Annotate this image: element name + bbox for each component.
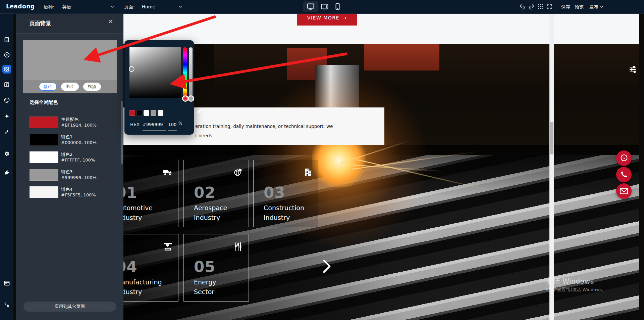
leadong-logo: Leadong xyxy=(6,3,35,10)
email-button[interactable] xyxy=(616,183,632,199)
swatch-row-aux2[interactable]: 辅色2 #FFFFFF, 100% xyxy=(30,151,117,163)
redo-icon[interactable] xyxy=(529,4,535,10)
industry-card-aerospace[interactable]: 02 AerospaceIndustry xyxy=(183,160,249,227)
save-button[interactable]: 保存 xyxy=(561,4,570,10)
text-icon[interactable] xyxy=(0,79,13,91)
industry-card-energy[interactable]: 05 EnergySector xyxy=(183,234,249,302)
phone-button[interactable] xyxy=(616,167,632,182)
color-swatch[interactable] xyxy=(30,169,58,181)
background-fill-icon[interactable] xyxy=(2,65,11,74)
page-scrollbar-track[interactable] xyxy=(549,13,554,320)
card-title-line1: Construction xyxy=(264,203,304,213)
desktop-view-icon[interactable] xyxy=(307,3,314,10)
preview-button[interactable]: 预览 xyxy=(575,4,584,10)
industry-card-automotive[interactable]: 01 AutomotiveIndustry xyxy=(117,160,178,227)
fullscreen-icon[interactable] xyxy=(547,4,552,9)
card-title-line2: Industry xyxy=(117,287,162,297)
effects-icon[interactable] xyxy=(0,110,13,122)
svg-text:A: A xyxy=(7,304,9,307)
card-title-line2: Industry xyxy=(194,213,227,223)
window-icon[interactable] xyxy=(0,277,13,289)
tab-color[interactable]: 颜色 xyxy=(39,83,57,91)
color-swatch[interactable] xyxy=(30,186,58,198)
tab-image[interactable]: 图片 xyxy=(61,83,79,91)
site-paragraph-line2: r needs. xyxy=(195,133,214,138)
plugin-icon[interactable] xyxy=(0,167,13,179)
chevron-down-icon[interactable] xyxy=(111,6,114,8)
tune-icon[interactable] xyxy=(629,66,637,73)
alpha-input[interactable]: 100 xyxy=(168,122,177,127)
card-number: 03 xyxy=(264,185,285,200)
language-select[interactable]: 英语 xyxy=(62,4,71,10)
whatsapp-button[interactable] xyxy=(616,150,632,166)
magic-wand-icon[interactable] xyxy=(0,126,13,138)
undo-icon[interactable] xyxy=(519,4,525,10)
percent-sign: % xyxy=(178,121,182,126)
grid-icon[interactable] xyxy=(538,4,543,9)
hex-label: HEX xyxy=(130,122,140,127)
industry-card-manufacturing[interactable]: 04 ManufacturingIndustry xyxy=(117,234,178,302)
mobile-view-icon[interactable] xyxy=(335,3,340,10)
truck-icon xyxy=(163,168,173,177)
card-title-line1: Energy xyxy=(194,277,216,287)
arrow-right-icon: → xyxy=(342,15,347,20)
saturation-marker[interactable] xyxy=(129,66,135,72)
swatch-row-aux3[interactable]: 辅色3 #999999, 100% xyxy=(30,169,117,181)
language-label: 语种: xyxy=(44,4,54,10)
card-title-line2: Industry xyxy=(264,213,304,223)
alpha-slider-handle[interactable] xyxy=(188,95,194,102)
color-swatch[interactable] xyxy=(30,151,58,163)
whatsapp-icon xyxy=(619,153,629,163)
sliders-icon xyxy=(233,242,243,252)
tab-video[interactable]: 视频 xyxy=(83,83,101,91)
panel-scrollbar-thumb[interactable] xyxy=(121,101,123,164)
chevron-down-icon[interactable] xyxy=(600,6,603,8)
preset-swatch-lightgray[interactable] xyxy=(158,110,163,116)
gear-icon[interactable] xyxy=(0,148,13,160)
palette-icon[interactable] xyxy=(0,94,13,106)
panel-title: 页面背景 xyxy=(30,20,51,27)
hex-input[interactable]: #999999 xyxy=(143,122,163,127)
swatch-row-aux1[interactable]: 辅色1 #000000, 100% xyxy=(30,134,117,146)
preset-swatch-white[interactable] xyxy=(144,110,149,116)
industry-card-construction[interactable]: 03 ConstructionIndustry xyxy=(253,160,318,227)
preset-swatch-red[interactable] xyxy=(129,110,135,116)
pages-icon[interactable] xyxy=(0,34,13,46)
page-background-panel: 页面背景 ✕ 颜色 图片 视频 选择全局配色 主题配色 #BF1924, 100… xyxy=(16,13,123,320)
site-top-section: VIEW MORE → xyxy=(117,13,639,44)
card-number: 02 xyxy=(194,185,216,200)
saturation-value-area[interactable] xyxy=(129,47,181,98)
alpha-slider[interactable] xyxy=(189,47,193,98)
page-select[interactable]: Home xyxy=(142,4,155,9)
mail-icon xyxy=(620,187,628,195)
publish-button[interactable]: 发布 xyxy=(589,4,598,10)
page-label: 页面: xyxy=(124,4,135,10)
swatch-row-theme[interactable]: 主题配色 #BF1924, 100% xyxy=(30,117,117,128)
eyedropper-icon[interactable] xyxy=(197,108,203,114)
editor-sidebar: 文A xyxy=(0,13,13,320)
industrial-hero-image: eration training, daily maintenance, or … xyxy=(117,44,639,320)
site-paragraph-line1: eration training, daily maintenance, or … xyxy=(195,124,333,129)
translate-icon[interactable]: 文A xyxy=(0,298,13,310)
chevron-down-icon[interactable] xyxy=(179,6,182,8)
apply-to-other-pages-button[interactable]: 应用到其它页面 xyxy=(23,302,116,312)
card-title-line1: Manufacturing xyxy=(117,277,162,287)
page-scrollbar-thumb[interactable] xyxy=(550,122,553,154)
phone-icon xyxy=(620,171,628,179)
background-preview[interactable]: 颜色 图片 视频 xyxy=(23,40,117,93)
carousel-next-chevron-icon[interactable] xyxy=(323,259,331,273)
add-icon[interactable] xyxy=(0,49,13,61)
color-swatch[interactable] xyxy=(30,117,58,128)
swatch-row-aux4[interactable]: 辅色4 #F5F5F5, 100% xyxy=(30,186,117,198)
color-picker-popup: HEX #999999 100 % xyxy=(124,40,194,135)
view-more-button[interactable]: VIEW MORE → xyxy=(297,13,357,26)
global-colors-title: 选择全局配色 xyxy=(30,99,58,105)
preset-swatch-black[interactable] xyxy=(137,110,142,116)
editor-topbar: Leadong 语种: 英语 页面: Home 保存 预览 发布 xyxy=(0,0,644,14)
preset-swatch-gray[interactable] xyxy=(151,110,156,116)
hue-slider[interactable] xyxy=(183,47,187,98)
color-swatch[interactable] xyxy=(30,134,58,146)
close-icon[interactable]: ✕ xyxy=(108,18,113,25)
windows-watermark-line2: 转到“设置”以激活 Windows。 xyxy=(546,287,606,293)
tablet-view-icon[interactable] xyxy=(321,4,328,9)
